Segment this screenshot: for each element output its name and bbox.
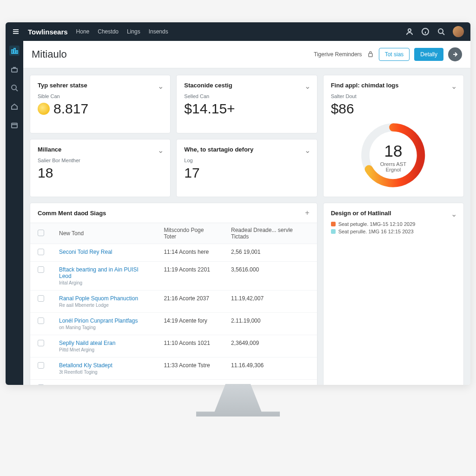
card-whe-to: Whe, to startagio defory ⌄ Log 17 [176,139,317,198]
table-row[interactable]: Intiande Talit aporve anKP [30,380,317,385]
reminders-label: Tigerive Reminders [314,51,362,58]
row-subtext: on Maning Taging [59,325,149,330]
row-c2: 14:19 Acente fory [156,313,224,335]
table-row[interactable]: Betallond Kly Stadept3t Reenfiotl Toging… [30,357,317,380]
svg-rect-5 [16,51,18,53]
row-c2: 11:19 Aconts 2201 [156,262,224,291]
card-subtitle: Sible Can [38,93,163,99]
card-subtitle: Log [184,158,309,163]
row-c2: 21:16 Acorte 2037 [156,291,224,313]
sidebar [6,41,23,385]
card-subtitle: Selled Can [184,93,309,99]
chevron-down-icon[interactable]: ⌄ [304,82,311,91]
card-staconide: Staconide cestig ⌄ Selled Can $14.15+ [176,75,317,133]
tot-sias-button[interactable]: Tot sias [379,48,410,61]
row-link[interactable]: Seplly Naild ateal Eran [59,340,115,346]
add-icon[interactable]: + [305,209,309,217]
detally-button[interactable]: Detally [414,48,443,61]
chevron-down-icon[interactable]: ⌄ [158,146,164,155]
sidebar-item-calendar[interactable] [9,120,20,130]
nav-hone[interactable]: Hone [76,28,90,35]
settings-round-button[interactable] [448,47,462,61]
table-row[interactable]: Seconi Told Rey Real 11:14 Aconts here 2… [30,244,317,262]
legend-item: Seat perulle. 1MG 16 12:15 2023 [331,229,456,234]
user-icon[interactable] [405,27,414,36]
row-checkbox[interactable] [38,384,44,385]
row-c3: 3,5616.000 [224,262,317,291]
row-link[interactable]: Ranal Pople Squom Phanuction [59,295,138,302]
row-checkbox[interactable] [38,340,44,346]
row-checkbox[interactable] [38,317,44,324]
legend-item: Seat petugle. 1MG-15 12:10 2029 [331,221,456,227]
table-row[interactable]: Ranal Pople Squom PhanuctionRe aail Mben… [30,291,317,313]
chevron-down-icon[interactable]: ⌄ [158,82,164,91]
table-row[interactable]: Bftack bearting and in Ain PUISI LeodIri… [30,262,317,291]
row-link[interactable]: Bftack bearting and in Ain PUISI Leod [59,266,139,279]
sidebar-item-briefcase[interactable] [9,64,20,74]
chevron-down-icon[interactable]: ⌄ [451,210,457,218]
table-row[interactable]: Seplly Naild ateal EranPittd Mnet Arging… [30,335,317,357]
row-c3: 2,3649,009 [224,335,317,357]
row-checkbox[interactable] [38,295,44,302]
top-navbar: Towlinsears Hone Chestdo Lings Insends [6,22,470,41]
table-card: Comm Ment daod Siags + New Tond Mitscond… [30,203,317,385]
row-link[interactable]: Seconi Told Rey Real [59,249,112,255]
card-subtitle: Salier Bor Menther [38,158,163,163]
nav-lings[interactable]: Lings [127,28,140,35]
sidebar-item-home[interactable] [9,101,20,112]
col-mitscondo[interactable]: Mitscondo Poge Toter [156,223,224,244]
svg-rect-6 [12,68,17,72]
legend-text: Seat petugle. 1MG-15 12:10 2029 [338,221,416,227]
avatar[interactable] [453,26,464,37]
lock-icon [367,50,374,59]
table-row[interactable]: Lonél Pirion Cunprant Plantfagson Maning… [30,313,317,335]
row-link[interactable]: Intiande Talit aporve anKP [59,384,124,385]
legend-text: Seat perulle. 1MG 16 12:15 2023 [338,229,414,234]
monitor-stand [196,384,280,416]
row-c3: 11.19,42,007 [224,291,317,313]
chevron-down-icon[interactable]: ⌄ [451,82,457,91]
row-subtext: 3t Reenfiotl Toging [59,370,149,375]
svg-text:18: 18 [384,142,403,160]
gauge-chart: 18 Orerrs AST Ergnol [358,120,428,190]
row-subtext: Pittd Mnet Arging [59,347,149,352]
card-value: $86 [331,101,456,117]
card-subtitle: Salter Dout [331,93,456,99]
row-link[interactable]: Lonél Pirion Cunprant Plantfags [59,317,138,324]
svg-text:Ergnol: Ergnol [386,167,401,172]
legend-swatch [331,222,336,226]
card-millance: Millance ⌄ Salier Bor Menther 18 [30,139,171,198]
card-typ-sehrer: Typ sehrer statse ⌄ Sible Can 8.817 [30,75,171,133]
svg-text:Orerrs AST: Orerrs AST [380,161,406,167]
sidebar-item-dashboard[interactable] [9,46,20,56]
page-title: Mitiaulo [32,48,67,60]
card-value: 8.817 [53,101,88,117]
nav-chestdo[interactable]: Chestdo [98,28,119,35]
page-header: Mitiaulo Tigerive Reminders Tot sias Det… [23,41,470,68]
search-icon[interactable] [437,27,445,36]
row-checkbox[interactable] [38,249,44,255]
chevron-down-icon[interactable]: ⌄ [304,146,311,155]
legend-swatch [331,229,336,234]
info-icon[interactable] [421,27,430,36]
row-checkbox[interactable] [38,362,44,369]
row-c2 [156,380,224,385]
brand-logo[interactable]: Towlinsears [28,28,68,36]
row-link[interactable]: Betallond Kly Stadept [59,362,112,369]
card-find-appl: Find appl: chimdat logs ⌄ Salter Dout $8… [323,75,464,197]
row-checkbox[interactable] [38,266,44,273]
row-c2: 11:10 Aconts 1021 [156,335,224,357]
svg-point-0 [408,29,411,32]
card-title: Design or of Hatlinall [331,210,456,217]
card-value: $14.15+ [184,101,309,117]
col-new-tond[interactable]: New Tond [52,223,156,244]
card-value: 18 [38,165,163,181]
select-all-checkbox[interactable] [38,230,44,236]
menu-icon[interactable] [12,28,20,35]
sidebar-item-search[interactable] [9,83,20,93]
table-title: Comm Ment daod Siags [38,210,106,217]
row-subtext: Irital Arging [59,280,149,285]
col-readeal[interactable]: Readeal Dreade... servle Tictads [224,223,317,244]
nav-insends[interactable]: Insends [149,28,168,35]
card-title: Staconide cestig [184,82,309,89]
